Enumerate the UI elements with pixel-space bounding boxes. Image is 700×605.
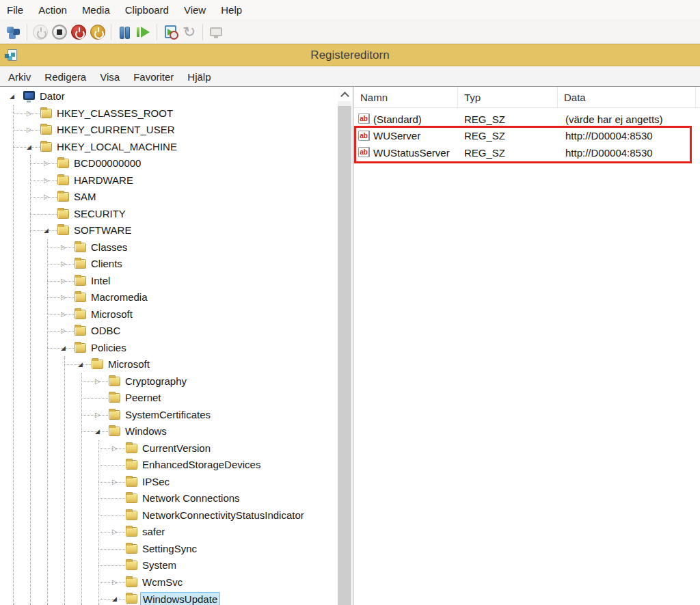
tree-item-peernet[interactable]: Peernet xyxy=(0,390,338,407)
toolbar-button-ctrl-alt-del[interactable] xyxy=(5,23,23,41)
tree-item-sam[interactable]: ▷SAM xyxy=(0,189,338,206)
tree-item-policies[interactable]: ◢Policies xyxy=(0,340,338,357)
value-data: http://D00004:8530 xyxy=(565,144,653,161)
toolbar-button-start[interactable] xyxy=(31,23,49,41)
regedit-menu-redigera[interactable]: Redigera xyxy=(38,67,93,86)
collapsed-arrow-icon[interactable]: ▷ xyxy=(95,410,103,420)
tree-item-safer[interactable]: ▷safer xyxy=(0,524,338,541)
tree-item-bcd00000000[interactable]: ▷BCD00000000 xyxy=(0,155,338,172)
tree-item-networkconnectivitystatusindicator[interactable]: NetworkConnectivityStatusIndicator xyxy=(0,507,338,524)
folder-icon xyxy=(75,259,86,269)
tree-item-hkey-current-user[interactable]: ▷HKEY_CURRENT_USER xyxy=(0,122,338,139)
tree-item-systemcertificates[interactable]: ▷SystemCertificates xyxy=(0,407,338,424)
vm-menu-file[interactable]: File xyxy=(7,0,31,20)
value-name: (Standard) xyxy=(373,111,422,128)
tree-item-hkey-local-machine[interactable]: ◢HKEY_LOCAL_MACHINE xyxy=(0,139,338,156)
collapsed-arrow-icon[interactable]: ▷ xyxy=(95,377,103,386)
tree-item-currentversion[interactable]: ▷CurrentVersion xyxy=(0,440,338,457)
toolbar-button-turn-off[interactable] xyxy=(70,23,88,41)
tree-item-windows[interactable]: ◢Windows xyxy=(0,423,338,440)
column-header-typ[interactable]: Typ xyxy=(458,87,558,107)
tree-item-dator[interactable]: ◢Dator xyxy=(0,88,338,105)
collapsed-arrow-icon[interactable]: ▷ xyxy=(44,176,52,185)
expanded-arrow-icon[interactable]: ◢ xyxy=(61,343,69,353)
pane-splitter[interactable] xyxy=(353,87,353,605)
tree-item-clients[interactable]: ▷Clients xyxy=(0,256,338,273)
collapsed-arrow-icon[interactable]: ▷ xyxy=(61,326,69,336)
collapsed-arrow-icon[interactable]: ▷ xyxy=(61,259,69,269)
expanded-arrow-icon[interactable]: ◢ xyxy=(27,142,35,152)
toolbar-button-resume[interactable] xyxy=(135,23,152,41)
collapsed-arrow-icon[interactable]: ▷ xyxy=(27,109,35,118)
collapsed-arrow-icon[interactable]: ▷ xyxy=(44,159,52,168)
list-rows: ab(Standard)REG_SZ(värde har ej angetts)… xyxy=(354,111,700,161)
registry-values-pane: NamnTypData ab(Standard)REG_SZ(värde har… xyxy=(354,87,700,605)
tree-item-odbc[interactable]: ▷ODBC xyxy=(0,323,338,340)
tree-item-windowsupdate[interactable]: ◢WindowsUpdate xyxy=(0,591,338,605)
tree-item-cryptography[interactable]: ▷Cryptography xyxy=(0,373,338,390)
collapsed-arrow-icon[interactable]: ▷ xyxy=(44,192,52,202)
collapsed-arrow-icon[interactable]: ▷ xyxy=(112,477,120,487)
vm-menu-action[interactable]: Action xyxy=(31,0,75,20)
scrollbar-thumb[interactable] xyxy=(338,106,351,605)
collapsed-arrow-icon[interactable]: ▷ xyxy=(112,444,120,453)
tree-item-microsoft[interactable]: ◢Microsoft xyxy=(0,356,338,373)
tree-item-classes[interactable]: ▷Classes xyxy=(0,239,338,256)
collapsed-arrow-icon[interactable]: ▷ xyxy=(27,125,35,135)
tree-scrollbar[interactable] xyxy=(338,87,351,605)
expanded-arrow-icon[interactable]: ◢ xyxy=(95,427,103,436)
toolbar-button-shut-down[interactable] xyxy=(89,23,107,41)
regedit-menu-arkiv[interactable]: Arkiv xyxy=(8,67,38,86)
collapsed-arrow-icon[interactable]: ▷ xyxy=(112,527,120,537)
scroll-up-button[interactable] xyxy=(338,87,351,101)
value-row-wustatusserver[interactable]: abWUStatusServerREG_SZhttp://D00004:8530 xyxy=(354,144,700,161)
vm-menu-view[interactable]: View xyxy=(176,0,213,20)
folder-icon xyxy=(75,243,86,252)
tree-item-label: HKEY_LOCAL_MACHINE xyxy=(55,140,179,154)
tree-item-network-connections[interactable]: Network Connections xyxy=(0,490,338,507)
folder-icon xyxy=(40,109,52,118)
toolbar-button-revert[interactable]: ↺ xyxy=(180,23,198,41)
toolbar-button-stop[interactable] xyxy=(51,23,68,41)
toolbar-button-pause[interactable] xyxy=(116,23,133,41)
vm-menu-media[interactable]: Media xyxy=(75,0,118,20)
collapsed-arrow-icon[interactable]: ▷ xyxy=(61,310,69,319)
collapsed-arrow-icon[interactable]: ▷ xyxy=(61,276,69,286)
value-data: (värde har ej angetts) xyxy=(565,111,663,128)
tree-item-system[interactable]: System xyxy=(0,557,338,574)
collapsed-arrow-icon[interactable]: ▷ xyxy=(61,293,69,302)
vm-menu-help[interactable]: Help xyxy=(213,0,250,20)
tree-item-wcmsvc[interactable]: ▷WcmSvc xyxy=(0,574,338,591)
tree-item-intel[interactable]: ▷Intel xyxy=(0,273,338,290)
expanded-arrow-icon[interactable]: ◢ xyxy=(78,360,86,369)
regedit-menubar: ArkivRedigeraVisaFavoriterHjälp xyxy=(0,67,700,86)
tree-item-settingsync[interactable]: SettingSync xyxy=(0,541,338,558)
tree-item-ipsec[interactable]: ▷IPSec xyxy=(0,474,338,491)
toolbar-button-checkpoint[interactable] xyxy=(161,23,179,41)
tree-item-macromedia[interactable]: ▷Macromedia xyxy=(0,289,338,306)
tree-item-enhancedstoragedevices[interactable]: EnhancedStorageDevices xyxy=(0,457,338,474)
tree-item-security[interactable]: SECURITY xyxy=(0,206,338,223)
expanded-arrow-icon[interactable]: ◢ xyxy=(112,594,120,604)
collapsed-arrow-icon[interactable]: ▷ xyxy=(61,243,69,252)
tree-item-software[interactable]: ◢SOFTWARE xyxy=(0,222,338,239)
tree-item-microsoft[interactable]: ▷Microsoft xyxy=(0,306,338,323)
regedit-menu-visa[interactable]: Visa xyxy=(93,67,126,86)
toolbar-button-enhanced-session[interactable] xyxy=(207,23,225,41)
folder-icon xyxy=(126,594,137,604)
regedit-menu-hj-lp[interactable]: Hjälp xyxy=(180,67,217,86)
vm-menu-clipboard[interactable]: Clipboard xyxy=(118,0,176,20)
value-row-standard[interactable]: ab(Standard)REG_SZ(värde har ej angetts) xyxy=(354,111,700,128)
collapsed-arrow-icon[interactable]: ▷ xyxy=(112,578,120,587)
string-value-icon: ab xyxy=(358,113,370,124)
value-type: REG_SZ xyxy=(464,111,505,128)
expanded-arrow-icon[interactable]: ◢ xyxy=(44,226,52,235)
column-header-namn[interactable]: Namn xyxy=(354,87,458,107)
expanded-arrow-icon[interactable]: ◢ xyxy=(10,92,18,101)
regedit-titlebar: Registereditorn xyxy=(0,44,700,66)
column-header-data[interactable]: Data xyxy=(558,87,696,107)
tree-item-hardware[interactable]: ▷HARDWARE xyxy=(0,172,338,189)
value-row-wuserver[interactable]: abWUServerREG_SZhttp://D00004:8530 xyxy=(354,128,700,145)
regedit-menu-favoriter[interactable]: Favoriter xyxy=(126,67,180,86)
tree-item-hkey-classes-root[interactable]: ▷HKEY_CLASSES_ROOT xyxy=(0,105,338,122)
